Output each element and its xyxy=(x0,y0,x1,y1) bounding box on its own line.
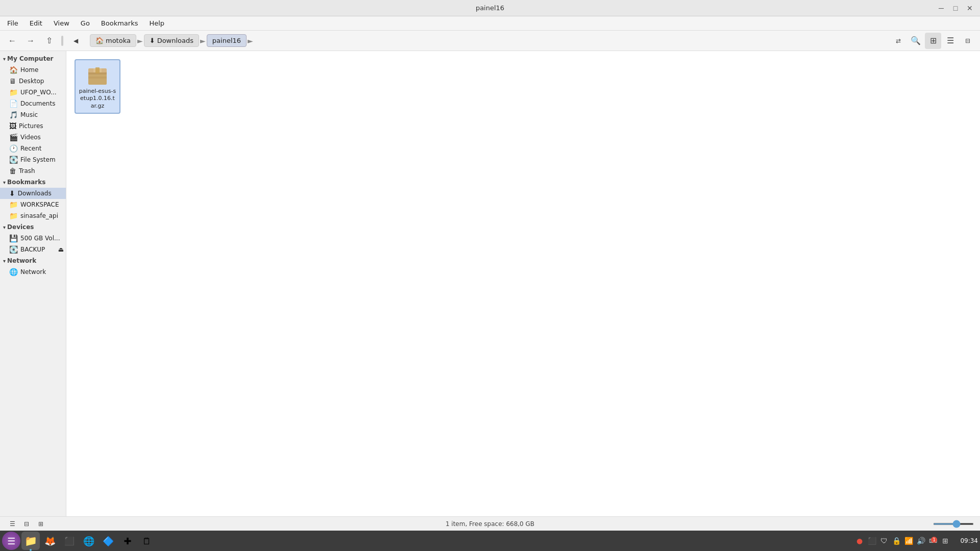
menu-item-file[interactable]: File xyxy=(2,18,23,29)
taskbar-app-5[interactable]: 🔷 xyxy=(99,532,117,550)
search-button[interactable]: 🔍 xyxy=(908,33,924,49)
sidebar-workspace-label: WORKSPACE xyxy=(20,201,59,208)
sidebar: ▾ My Computer 🏠 Home 🖥 Desktop 📁 UFOP_WO… xyxy=(0,51,66,516)
breadcrumb-downloads-label: Downloads xyxy=(157,37,193,44)
sidebar-item-file-system[interactable]: 💽 File System xyxy=(0,154,66,165)
section-network[interactable]: ▾ Network xyxy=(0,255,66,266)
breadcrumb-sep-2: ► xyxy=(200,37,206,45)
sidebar-filesystem-label: File System xyxy=(20,156,56,163)
tray-icon-1[interactable]: ● xyxy=(854,536,865,546)
menu-item-edit[interactable]: Edit xyxy=(24,18,47,29)
sidebar-item-music[interactable]: 🎵 Music xyxy=(0,109,66,120)
sidebar-trash-label: Trash xyxy=(19,167,35,174)
breadcrumb-downloads[interactable]: ⬇ Downloads xyxy=(144,34,199,47)
status-split-view-btn[interactable]: ⊞ xyxy=(35,518,47,530)
app7-taskbar-icon: 🗒 xyxy=(142,536,152,546)
taskbar: ☰ 📁 🦊 ⬛ 🌐 🔷 ✚ 🗒 ● ⬛ 🛡 🔒 📶 🔊 ⌨ 1 ⊞ 09:34 xyxy=(0,531,980,551)
breadcrumb-painel16[interactable]: painel16 xyxy=(207,34,247,47)
sidebar-item-videos[interactable]: 🎬 Videos xyxy=(0,132,66,143)
sidebar-item-home[interactable]: 🏠 Home xyxy=(0,64,66,76)
start-icon: ☰ xyxy=(7,536,15,546)
sidebar-backup-label: BACKUP xyxy=(20,246,45,253)
taskbar-app-terminal[interactable]: ⬛ xyxy=(60,532,79,550)
sidebar-item-workspace[interactable]: 📁 WORKSPACE xyxy=(0,199,66,210)
tray-lock-icon[interactable]: 🔒 xyxy=(891,536,901,546)
minimize-button[interactable]: ─ xyxy=(935,2,947,14)
section-devices[interactable]: ▾ Devices xyxy=(0,221,66,233)
sidebar-item-backup[interactable]: 💽 BACKUP ⏏ xyxy=(0,244,66,255)
taskbar-app-7[interactable]: 🗒 xyxy=(138,532,156,550)
title-bar: painel16 ─ □ ✕ xyxy=(0,0,980,16)
tray-network-icon[interactable]: 📶 xyxy=(903,536,914,546)
forward-button[interactable]: → xyxy=(22,33,39,49)
breadcrumb-bar: 🏠 motoka ► ⬇ Downloads ► painel16 ► xyxy=(90,34,884,47)
sidebar-item-documents[interactable]: 📄 Documents xyxy=(0,98,66,109)
sidebar-item-trash[interactable]: 🗑 Trash xyxy=(0,165,66,177)
tray-volume-icon[interactable]: 🔊 xyxy=(916,536,926,546)
status-left: ☰ ⊟ ⊞ xyxy=(6,518,47,530)
tray-app-extra[interactable]: ⊞ xyxy=(940,536,950,546)
tray-icon-2[interactable]: ⬛ xyxy=(867,536,877,546)
file-area[interactable]: painel-esus-setup1.0.16.tar.gz xyxy=(66,51,980,516)
toggle-pathbar-button[interactable]: ⇄ xyxy=(890,33,906,49)
maximize-button[interactable]: □ xyxy=(949,2,962,14)
section-bookmarks[interactable]: ▾ Bookmarks xyxy=(0,177,66,188)
eject-icon[interactable]: ⏏ xyxy=(58,246,64,253)
taskbar-app-chrome[interactable]: 🌐 xyxy=(80,532,98,550)
prev-location-button[interactable]: ◀ xyxy=(67,33,84,49)
zoom-slider[interactable] xyxy=(933,523,974,525)
menu-bar: FileEditViewGoBookmarksHelp xyxy=(0,16,980,31)
sidebar-500gb-label: 500 GB Vol... xyxy=(20,235,60,242)
sidebar-item-500gb[interactable]: 💾 500 GB Vol... xyxy=(0,233,66,244)
taskbar-app-files[interactable]: 📁 xyxy=(21,532,40,550)
sidebar-item-pictures[interactable]: 🖼 Pictures xyxy=(0,120,66,132)
documents-sidebar-icon: 📄 xyxy=(9,99,18,108)
file-painel-esus-label: painel-esus-setup1.0.16.tar.gz xyxy=(79,88,116,110)
window-title: painel16 xyxy=(45,4,935,12)
sidebar-downloads-label: Downloads xyxy=(18,190,52,197)
network-sidebar-icon: 🌐 xyxy=(9,268,18,276)
sidebar-item-network[interactable]: 🌐 Network xyxy=(0,266,66,278)
sinasafe-sidebar-icon: 📁 xyxy=(9,212,18,220)
status-list-view-btn[interactable]: ☰ xyxy=(6,518,18,530)
sidebar-item-desktop[interactable]: 🖥 Desktop xyxy=(0,76,66,87)
file-item-painel-esus[interactable]: painel-esus-setup1.0.16.tar.gz xyxy=(75,59,120,114)
sidebar-home-label: Home xyxy=(20,66,38,73)
collapse-icon-my-computer: ▾ xyxy=(3,56,6,62)
taskbar-app-firefox[interactable]: 🦊 xyxy=(41,532,59,550)
menu-item-go[interactable]: Go xyxy=(76,18,95,29)
icon-view-button[interactable]: ⊞ xyxy=(925,33,941,49)
taskbar-app-6[interactable]: ✚ xyxy=(118,532,137,550)
tray-badge: 1 xyxy=(931,537,937,543)
close-button[interactable]: ✕ xyxy=(964,2,976,14)
menu-item-help[interactable]: Help xyxy=(144,18,169,29)
sidebar-pictures-label: Pictures xyxy=(19,122,43,130)
taskbar-tray: ● ⬛ 🛡 🔒 📶 🔊 ⌨ 1 ⊞ 09:34 xyxy=(854,536,978,546)
sidebar-desktop-label: Desktop xyxy=(19,78,44,85)
menu-item-bookmarks[interactable]: Bookmarks xyxy=(96,18,143,29)
sidebar-item-sinasafe[interactable]: 📁 sinasafe_api xyxy=(0,210,66,221)
tray-kb-icon[interactable]: ⌨ 1 xyxy=(928,536,938,546)
tray-shield-icon[interactable]: 🛡 xyxy=(879,536,889,546)
menu-item-view[interactable]: View xyxy=(48,18,75,29)
taskbar-time: 09:34 xyxy=(952,537,978,544)
section-my-computer[interactable]: ▾ My Computer xyxy=(0,53,66,64)
status-detail-view-btn[interactable]: ⊟ xyxy=(20,518,33,530)
sidebar-item-ufop[interactable]: 📁 UFOP_WO... xyxy=(0,87,66,98)
extra-view-button[interactable]: ⊟ xyxy=(960,33,976,49)
sidebar-videos-label: Videos xyxy=(20,134,41,141)
workspace-sidebar-icon: 📁 xyxy=(9,201,18,209)
music-sidebar-icon: 🎵 xyxy=(9,111,18,119)
sidebar-item-downloads[interactable]: ⬇ Downloads xyxy=(0,188,66,199)
section-my-computer-label: My Computer xyxy=(7,55,53,62)
sidebar-sinasafe-label: sinasafe_api xyxy=(20,212,58,219)
start-button[interactable]: ☰ xyxy=(2,532,20,550)
back-button[interactable]: ← xyxy=(4,33,20,49)
sidebar-music-label: Music xyxy=(20,111,38,118)
up-button[interactable]: ⇧ xyxy=(41,33,57,49)
breadcrumb-motoka[interactable]: 🏠 motoka xyxy=(90,34,136,47)
svg-rect-3 xyxy=(88,77,107,79)
list-view-button[interactable]: ☰ xyxy=(942,33,959,49)
sidebar-item-recent[interactable]: 🕐 Recent xyxy=(0,143,66,154)
status-info: 1 item, Free space: 668,0 GB xyxy=(446,520,534,528)
